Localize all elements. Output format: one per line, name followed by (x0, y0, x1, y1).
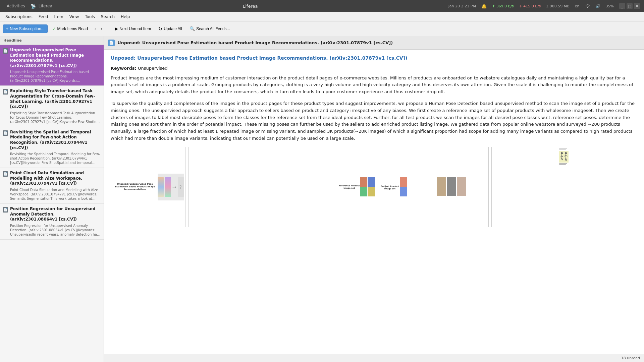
window-controls[interactable]: _ □ ✕ (619, 3, 640, 9)
content-header: 📄 Unposed: Unsupervised Pose Estimation … (104, 36, 644, 50)
feed-item-icon-2: 📄 (3, 130, 8, 136)
content-header-icon: 📄 (108, 40, 115, 46)
sidebar-header: Headline (0, 36, 104, 45)
app-name-label: Liferea (39, 4, 52, 8)
keywords-value-text: Unsupervised (138, 66, 168, 71)
paper-thumb-5 (491, 147, 637, 227)
feed-item-preview-0: Unposed: Unsupervised Pose Estimation ba… (10, 70, 100, 83)
window-title: Liferea (243, 4, 258, 9)
net-up-label: ↑ 369.0 B/s (492, 4, 514, 8)
new-subscription-button[interactable]: + New Subscription... (3, 24, 48, 33)
menu-feed[interactable]: Feed (36, 13, 51, 20)
feed-item-3[interactable]: 📄 Point Cloud Data Simulation and Modell… (0, 168, 104, 204)
feed-item-4[interactable]: 📄 Position Regression for Unsupervised A… (0, 204, 104, 240)
toolbar: + New Subscription... ✓ Mark Items Read … (0, 21, 644, 36)
search-all-button[interactable]: 🔍 Search All Feeds... (186, 24, 233, 33)
close-button[interactable]: ✕ (634, 3, 640, 9)
svg-line-5 (562, 158, 563, 160)
search-icon: 🔍 (190, 26, 195, 31)
feed-item-title-3: Point Cloud Data Simulation and Modellin… (10, 171, 100, 186)
plus-icon: + (6, 26, 8, 32)
menu-item[interactable]: Item (51, 13, 66, 20)
feed-item-icon-1: 📄 (3, 89, 8, 95)
next-unread-button[interactable]: ▶ Next Unread Item (112, 24, 154, 33)
feed-item-icon-0: 📄 (3, 48, 8, 54)
feed-item-title-4: Position Regression for Unsupervised Ano… (10, 206, 100, 222)
toolbar-separator (109, 24, 109, 34)
svg-point-6 (565, 152, 567, 154)
feed-item-icon-3: 📄 (3, 171, 8, 177)
next-unread-icon: ▶ (115, 26, 118, 31)
nav-back-button[interactable]: ‹ (92, 25, 98, 33)
svg-line-4 (561, 158, 562, 160)
lang-label: en (575, 4, 580, 8)
content-header-title: Unposed: Unsupervised Pose Estimation ba… (117, 40, 393, 45)
keywords-label: Keywords: (111, 66, 137, 71)
menubar: Subscriptions Feed Item View Tools Searc… (0, 12, 644, 21)
maximize-button[interactable]: □ (627, 3, 633, 9)
search-all-label: Search All Feeds... (196, 26, 230, 31)
paper-thumb-2 (188, 147, 334, 227)
update-icon: ↻ (158, 26, 162, 32)
net-down-label: ↓ 415.0 B/s (519, 4, 541, 8)
nav-fwd-button[interactable]: › (99, 25, 105, 33)
content-area: 📄 Unposed: Unsupervised Pose Estimation … (104, 36, 644, 362)
feed-item-preview-2: Revisiting the Spatial and Temporal Mode… (10, 152, 100, 165)
titlebar-right: Jan 20 2:21 PM 🔔 ↑ 369.0 B/s ↓ 415.0 B/s… (448, 3, 640, 9)
update-all-label: Update All (164, 26, 182, 31)
rss-icon: 📡 (31, 4, 36, 9)
feed-item-title-1: Exploiting Style Transfer-based Task Aug… (10, 88, 100, 109)
mark-items-read-label: Mark Items Read (57, 26, 88, 31)
titlebar-left: Activities 📡 Liferea (4, 3, 52, 9)
feed-item-0[interactable]: 📄 Unposed: Unsupervised Pose Estimation … (0, 45, 104, 86)
sidebar: Headline 📄 Unposed: Unsupervised Pose Es… (0, 36, 104, 362)
feed-item-preview-4: Position Regression for Unsupervised Ano… (10, 224, 100, 237)
menu-tools[interactable]: Tools (82, 13, 98, 20)
mark-items-read-button[interactable]: ✓ Mark Items Read (49, 24, 91, 33)
feed-item-icon-4: 📄 (3, 207, 8, 213)
menu-subscriptions[interactable]: Subscriptions (3, 13, 35, 20)
sound-icon: 🔊 (596, 4, 600, 8)
checkmark-icon: ✓ (52, 26, 56, 32)
datetime-label: Jan 20 2:21 PM (448, 4, 476, 8)
article-para-1: Product images are the most impressing m… (111, 75, 637, 96)
article-images: Unposed: Unsupervised Pose Estimation ba… (111, 147, 637, 227)
article-para-2: To supervise the quality and completenes… (111, 100, 637, 142)
menu-search[interactable]: Search (98, 13, 117, 20)
svg-line-11 (566, 158, 567, 161)
article-area: Unposed: Unsupervised Pose Estimation ba… (104, 50, 644, 354)
feed-item-title-0: Unposed: Unsupervised Pose Estimation ba… (10, 48, 100, 68)
menu-view[interactable]: View (67, 13, 82, 20)
feed-item-1[interactable]: 📄 Exploiting Style Transfer-based Task A… (0, 86, 104, 127)
new-subscription-label: New Subscription... (10, 26, 44, 31)
update-all-button[interactable]: ↻ Update All (155, 24, 185, 33)
keywords-line: Keywords: Unsupervised (111, 66, 637, 71)
wifi-icon (585, 3, 590, 9)
main-area: Headline 📄 Unposed: Unsupervised Pose Es… (0, 36, 644, 362)
paper-thumb-4 (414, 147, 489, 227)
titlebar: Activities 📡 Liferea Liferea Jan 20 2:21… (0, 0, 644, 12)
battery-label: 35% (606, 4, 614, 8)
next-unread-label: Next Unread Item (119, 26, 151, 31)
feed-list: 📄 Unposed: Unsupervised Pose Estimation … (0, 45, 104, 362)
activities-button[interactable]: Activities (4, 3, 28, 9)
feed-item-title-2: Revisiting the Spatial and Temporal Mode… (10, 130, 100, 150)
unread-count-label: 18 unread (621, 356, 640, 360)
article-title-link[interactable]: Unposed: Unsupervised Pose Estimation ba… (111, 55, 637, 62)
statusbar: 18 unread (104, 354, 644, 362)
paper-thumb-1: Unposed: Unsupervised Pose Estimation ba… (111, 147, 185, 227)
feed-item-2[interactable]: 📄 Revisiting the Spatial and Temporal Mo… (0, 127, 104, 168)
toolbar-nav: ‹ › (92, 25, 105, 33)
bell-icon[interactable]: 🔔 (481, 4, 487, 9)
svg-point-0 (561, 152, 563, 154)
minimize-button[interactable]: _ (619, 3, 625, 9)
net-total-label: Σ 900.59 MB (546, 4, 569, 8)
paper-thumb-3: Reference Product Image set Subject Prod… (337, 147, 412, 227)
feed-item-preview-1: Exploiting Style Transfer-based Task Aug… (10, 111, 100, 124)
menu-help[interactable]: Help (118, 13, 132, 20)
feed-item-preview-3: Point Cloud Data Simulation and Modellin… (10, 188, 100, 201)
